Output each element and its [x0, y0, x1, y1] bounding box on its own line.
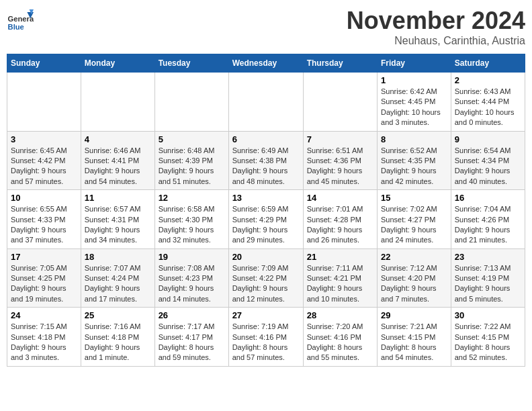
table-row: 20Sunrise: 7:09 AM Sunset: 4:22 PM Dayli… — [228, 248, 303, 308]
day-info: Sunrise: 6:57 AM Sunset: 4:31 PM Dayligh… — [85, 204, 151, 246]
day-number: 18 — [85, 252, 151, 262]
table-row: 18Sunrise: 7:07 AM Sunset: 4:24 PM Dayli… — [81, 248, 154, 308]
day-info: Sunrise: 7:17 AM Sunset: 4:17 PM Dayligh… — [159, 322, 225, 363]
table-row: 29Sunrise: 7:21 AM Sunset: 4:15 PM Dayli… — [378, 308, 451, 367]
day-number: 23 — [455, 252, 521, 262]
day-number: 17 — [11, 252, 77, 262]
table-row: 28Sunrise: 7:20 AM Sunset: 4:16 PM Dayli… — [303, 308, 377, 367]
day-info: Sunrise: 6:46 AM Sunset: 4:41 PM Dayligh… — [85, 146, 151, 187]
day-number: 14 — [307, 193, 373, 203]
table-row: 16Sunrise: 7:04 AM Sunset: 4:26 PM Dayli… — [451, 190, 525, 249]
day-number: 29 — [381, 310, 447, 320]
day-info: Sunrise: 7:05 AM Sunset: 4:25 PM Dayligh… — [11, 263, 77, 305]
day-number: 28 — [307, 310, 373, 320]
table-row: 23Sunrise: 7:13 AM Sunset: 4:19 PM Dayli… — [451, 248, 525, 308]
day-number: 2 — [455, 75, 521, 85]
day-info: Sunrise: 6:43 AM Sunset: 4:44 PM Dayligh… — [455, 87, 521, 128]
day-info: Sunrise: 7:01 AM Sunset: 4:28 PM Dayligh… — [307, 204, 373, 246]
day-number: 19 — [159, 252, 225, 262]
header-wednesday: Wednesday — [228, 54, 303, 73]
day-info: Sunrise: 7:12 AM Sunset: 4:20 PM Dayligh… — [381, 263, 447, 305]
table-row: 24Sunrise: 7:15 AM Sunset: 4:18 PM Dayli… — [7, 308, 81, 367]
day-number: 13 — [232, 193, 300, 203]
table-row: 9Sunrise: 6:54 AM Sunset: 4:34 PM Daylig… — [451, 131, 525, 190]
table-row: 27Sunrise: 7:19 AM Sunset: 4:16 PM Dayli… — [228, 308, 303, 367]
table-row: 17Sunrise: 7:05 AM Sunset: 4:25 PM Dayli… — [7, 248, 81, 308]
table-row: 25Sunrise: 7:16 AM Sunset: 4:18 PM Dayli… — [81, 308, 154, 367]
table-row: 10Sunrise: 6:55 AM Sunset: 4:33 PM Dayli… — [7, 190, 81, 249]
table-row — [154, 73, 228, 132]
table-row: 7Sunrise: 6:51 AM Sunset: 4:36 PM Daylig… — [303, 131, 377, 190]
table-row: 6Sunrise: 6:49 AM Sunset: 4:38 PM Daylig… — [228, 131, 303, 190]
day-info: Sunrise: 6:49 AM Sunset: 4:38 PM Dayligh… — [232, 146, 300, 187]
table-row: 19Sunrise: 7:08 AM Sunset: 4:23 PM Dayli… — [154, 248, 228, 308]
table-row — [7, 73, 81, 132]
day-info: Sunrise: 7:02 AM Sunset: 4:27 PM Dayligh… — [381, 204, 447, 246]
day-number: 26 — [159, 310, 225, 320]
day-info: Sunrise: 6:58 AM Sunset: 4:30 PM Dayligh… — [159, 204, 225, 246]
table-row: 15Sunrise: 7:02 AM Sunset: 4:27 PM Dayli… — [378, 190, 451, 249]
day-info: Sunrise: 6:55 AM Sunset: 4:33 PM Dayligh… — [11, 204, 77, 246]
day-number: 16 — [455, 193, 521, 203]
day-number: 7 — [307, 134, 373, 144]
table-row: 21Sunrise: 7:11 AM Sunset: 4:21 PM Dayli… — [303, 248, 377, 308]
table-row: 14Sunrise: 7:01 AM Sunset: 4:28 PM Dayli… — [303, 190, 377, 249]
table-row — [228, 73, 303, 132]
logo: General Blue — [7, 7, 34, 34]
day-info: Sunrise: 7:09 AM Sunset: 4:22 PM Dayligh… — [232, 263, 300, 305]
calendar-week-row: 1Sunrise: 6:42 AM Sunset: 4:45 PM Daylig… — [7, 73, 525, 132]
day-info: Sunrise: 7:07 AM Sunset: 4:24 PM Dayligh… — [85, 263, 151, 305]
calendar-table: Sunday Monday Tuesday Wednesday Thursday… — [7, 54, 525, 367]
header-thursday: Thursday — [303, 54, 377, 73]
logo-icon: General Blue — [7, 7, 34, 34]
day-number: 27 — [232, 310, 300, 320]
day-info: Sunrise: 6:54 AM Sunset: 4:34 PM Dayligh… — [455, 146, 521, 187]
day-info: Sunrise: 6:59 AM Sunset: 4:29 PM Dayligh… — [232, 204, 300, 246]
day-number: 24 — [11, 310, 77, 320]
svg-text:Blue: Blue — [8, 23, 24, 31]
calendar-header-row: Sunday Monday Tuesday Wednesday Thursday… — [7, 54, 525, 73]
day-info: Sunrise: 7:21 AM Sunset: 4:15 PM Dayligh… — [381, 322, 447, 363]
table-row: 3Sunrise: 6:45 AM Sunset: 4:42 PM Daylig… — [7, 131, 81, 190]
title-area: November 2024 Neuhaus, Carinthia, Austri… — [347, 7, 525, 47]
calendar-week-row: 3Sunrise: 6:45 AM Sunset: 4:42 PM Daylig… — [7, 131, 525, 190]
day-info: Sunrise: 7:19 AM Sunset: 4:16 PM Dayligh… — [232, 322, 300, 363]
day-number: 5 — [159, 134, 225, 144]
day-number: 21 — [307, 252, 373, 262]
day-info: Sunrise: 6:52 AM Sunset: 4:35 PM Dayligh… — [381, 146, 447, 187]
header-monday: Monday — [81, 54, 154, 73]
day-number: 10 — [11, 193, 77, 203]
table-row: 1Sunrise: 6:42 AM Sunset: 4:45 PM Daylig… — [378, 73, 451, 132]
day-info: Sunrise: 6:48 AM Sunset: 4:39 PM Dayligh… — [159, 146, 225, 187]
table-row: 5Sunrise: 6:48 AM Sunset: 4:39 PM Daylig… — [154, 131, 228, 190]
day-number: 15 — [381, 193, 447, 203]
day-number: 3 — [11, 134, 77, 144]
day-info: Sunrise: 6:51 AM Sunset: 4:36 PM Dayligh… — [307, 146, 373, 187]
day-info: Sunrise: 7:20 AM Sunset: 4:16 PM Dayligh… — [307, 322, 373, 363]
day-info: Sunrise: 7:16 AM Sunset: 4:18 PM Dayligh… — [85, 322, 151, 363]
day-info: Sunrise: 7:08 AM Sunset: 4:23 PM Dayligh… — [159, 263, 225, 305]
page-header: General Blue November 2024 Neuhaus, Cari… — [7, 7, 525, 47]
day-number: 8 — [381, 134, 447, 144]
table-row: 30Sunrise: 7:22 AM Sunset: 4:15 PM Dayli… — [451, 308, 525, 367]
day-number: 22 — [381, 252, 447, 262]
table-row: 4Sunrise: 6:46 AM Sunset: 4:41 PM Daylig… — [81, 131, 154, 190]
day-number: 11 — [85, 193, 151, 203]
day-info: Sunrise: 7:13 AM Sunset: 4:19 PM Dayligh… — [455, 263, 521, 305]
day-number: 9 — [455, 134, 521, 144]
month-title: November 2024 — [347, 7, 525, 35]
day-number: 1 — [381, 75, 447, 85]
day-info: Sunrise: 7:11 AM Sunset: 4:21 PM Dayligh… — [307, 263, 373, 305]
header-saturday: Saturday — [451, 54, 525, 73]
calendar-week-row: 10Sunrise: 6:55 AM Sunset: 4:33 PM Dayli… — [7, 190, 525, 249]
table-row — [303, 73, 377, 132]
day-number: 20 — [232, 252, 300, 262]
day-number: 12 — [159, 193, 225, 203]
header-tuesday: Tuesday — [154, 54, 228, 73]
table-row: 11Sunrise: 6:57 AM Sunset: 4:31 PM Dayli… — [81, 190, 154, 249]
table-row: 22Sunrise: 7:12 AM Sunset: 4:20 PM Dayli… — [378, 248, 451, 308]
day-info: Sunrise: 7:15 AM Sunset: 4:18 PM Dayligh… — [11, 322, 77, 363]
day-number: 25 — [85, 310, 151, 320]
location-subtitle: Neuhaus, Carinthia, Austria — [347, 35, 525, 47]
table-row — [81, 73, 154, 132]
